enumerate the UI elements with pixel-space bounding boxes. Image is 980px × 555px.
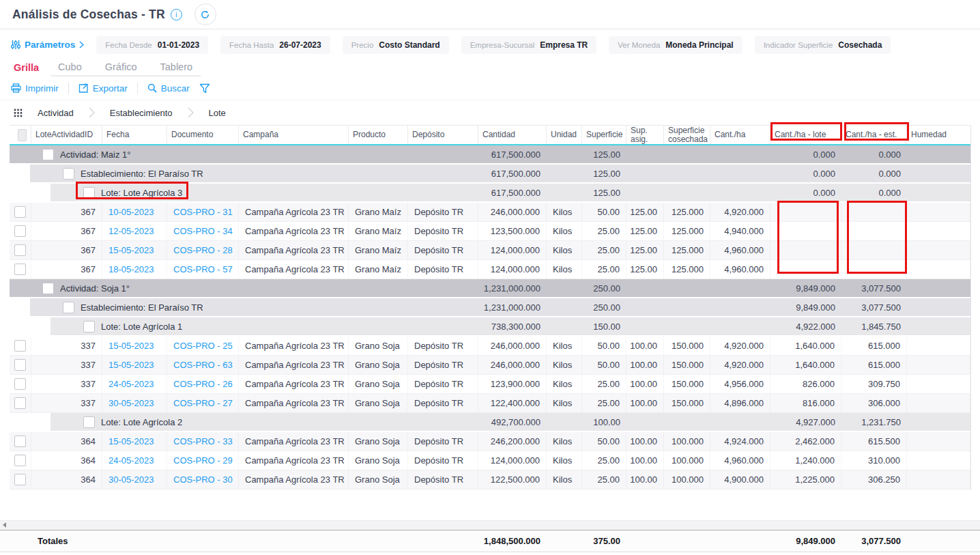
group-checkbox[interactable] [83,321,95,332]
documento-link[interactable]: COS-PRO - 26 [173,379,233,389]
cell-cant_ha: 4,960.000 [710,260,770,279]
param-empresa-sucursal[interactable]: Empresa-SucursalEmpresa TR [461,36,597,54]
fecha-link[interactable]: 24-05-2023 [109,379,154,389]
horizontal-scrollbar[interactable] [0,520,980,529]
col-campana[interactable]: Campaña [239,126,349,144]
print-button[interactable]: Imprimir [11,83,59,94]
documento-link[interactable]: COS-PRO - 34 [173,226,233,236]
fecha-link[interactable]: 15-05-2023 [109,360,154,370]
search-button[interactable]: Buscar [147,83,190,94]
documento-link[interactable]: COS-PRO - 57 [173,264,233,274]
col-loteactividadid[interactable]: LoteActividadID [31,126,102,144]
col-deposito[interactable]: Depósito [408,126,478,144]
refresh-button[interactable] [194,3,216,25]
documento-link[interactable]: COS-PRO - 63 [173,360,233,370]
row-checkbox[interactable] [14,474,26,485]
col-humedad[interactable]: Humedad [907,126,970,144]
col-cantidad[interactable]: Cantidad [478,126,547,144]
select-all-checkbox[interactable] [18,129,27,141]
row-checkbox[interactable] [14,455,26,466]
param-fecha-hasta[interactable]: Fecha Hasta26-07-2023 [220,36,330,54]
documento-link[interactable]: COS-PRO - 31 [173,207,233,217]
parameters-toggle[interactable]: Parámetros [11,40,84,50]
fecha-link[interactable]: 24-05-2023 [109,455,154,466]
param-precio[interactable]: PrecioCosto Standard [343,36,449,54]
documento-link[interactable]: COS-PRO - 27 [173,398,233,408]
cell-cant_ha_lote: 4,922.000 [770,317,841,335]
col-cant-ha-est[interactable]: Cant./ha - est. [841,126,907,144]
tab-grafico[interactable]: Gráfico [102,61,140,75]
col-documento[interactable]: Documento [167,126,239,144]
tab-tablero[interactable]: Tablero [158,61,196,75]
cell-cant_ha_est: 310.000 [841,451,907,470]
grid-dots-icon[interactable] [14,109,23,117]
fecha-link[interactable]: 12-05-2023 [109,226,154,236]
fecha-link[interactable]: 15-05-2023 [109,341,154,351]
col-sup-asig[interactable]: Sup. asig. [626,126,664,144]
filter-button[interactable] [199,83,210,94]
info-icon[interactable]: i [171,9,182,20]
fecha-link[interactable]: 15-05-2023 [109,436,154,446]
fecha-link[interactable]: 30-05-2023 [109,474,154,485]
documento-link[interactable]: COS-PRO - 28 [173,245,233,255]
col-cant-ha[interactable]: Cant./ha [710,126,770,144]
row-checkbox[interactable] [14,264,26,275]
documento-link[interactable]: COS-PRO - 30 [173,474,233,485]
tab-cubo[interactable]: Cubo [55,61,85,75]
group-field-establecimiento[interactable]: Establecimiento [106,108,177,118]
cell-deposito: Depósito TR [408,451,478,470]
cell-sup_cosechada: 100.000 [664,470,710,489]
group-checkbox[interactable] [83,187,95,199]
group-checkbox[interactable] [63,168,74,180]
cell-cantidad: 738,300.000 [478,317,547,335]
documento-link[interactable]: COS-PRO - 25 [173,341,233,351]
cell-sup_asig: 125.00 [626,203,664,221]
group-checkbox[interactable] [63,302,74,313]
cell-humedad [907,356,970,374]
row-checkbox[interactable] [14,225,26,237]
export-button[interactable]: Exportar [78,83,128,94]
fecha-link[interactable]: 30-05-2023 [109,398,154,408]
row-checkbox[interactable] [14,359,26,371]
cell-superficie: 250.00 [582,279,626,297]
cell-cantidad: 124,000.000 [478,260,547,279]
tab-grilla[interactable]: Grilla [11,62,42,76]
scroll-left-arrow-icon[interactable] [3,522,6,528]
param-indicador-superficie[interactable]: Indicador SuperficieCosechada [755,36,891,54]
param-fecha-desde[interactable]: Fecha Desde01-01-2023 [96,36,208,54]
row-checkbox[interactable] [14,206,26,218]
grouping-bar: Actividad Establecimiento Lote [0,100,980,125]
documento-link[interactable]: COS-PRO - 33 [173,436,233,446]
row-checkbox[interactable] [14,397,26,409]
param-ver-moneda[interactable]: Ver MonedaMoneda Principal [609,36,742,54]
col-superficie-cosechada[interactable]: Superficie cosechada [664,126,710,144]
cell-cant_ha_est: 3,077.500 [841,298,907,316]
group-checkbox[interactable] [42,149,54,160]
row-checkbox[interactable] [14,378,26,390]
table-row: 36710-05-2023COS-PRO - 31Campaña Agrícol… [10,203,970,222]
fecha-link[interactable]: 10-05-2023 [109,207,154,217]
col-superficie[interactable]: Superficie [582,126,626,144]
fecha-link[interactable]: 15-05-2023 [109,245,154,255]
cell-cant_ha_est [841,241,907,259]
group-field-lote[interactable]: Lote [205,108,230,118]
cell-superficie: 50.00 [582,337,626,355]
cell-cantidad: 124,000.000 [478,451,547,470]
col-cant-ha-lote[interactable]: Cant./ha - lote [770,126,841,144]
row-checkbox[interactable] [14,340,26,352]
cell-producto: Grano Maíz [349,260,408,279]
cell-id: 367 [31,260,102,279]
group-checkbox[interactable] [42,283,54,294]
group-checkbox[interactable] [83,416,95,428]
row-checkbox[interactable] [14,436,26,447]
col-fecha[interactable]: Fecha [102,126,167,144]
col-producto[interactable]: Producto [349,126,408,144]
documento-link[interactable]: COS-PRO - 29 [173,455,233,466]
col-unidad[interactable]: Unidad [547,126,582,144]
fecha-link[interactable]: 18-05-2023 [109,264,154,274]
cell-humedad [907,432,970,451]
cell-campana: Campaña Agrícola 23 TR [239,222,349,240]
cell-fecha: 24-05-2023 [102,451,167,470]
row-checkbox[interactable] [14,244,26,256]
group-field-actividad[interactable]: Actividad [33,108,78,118]
